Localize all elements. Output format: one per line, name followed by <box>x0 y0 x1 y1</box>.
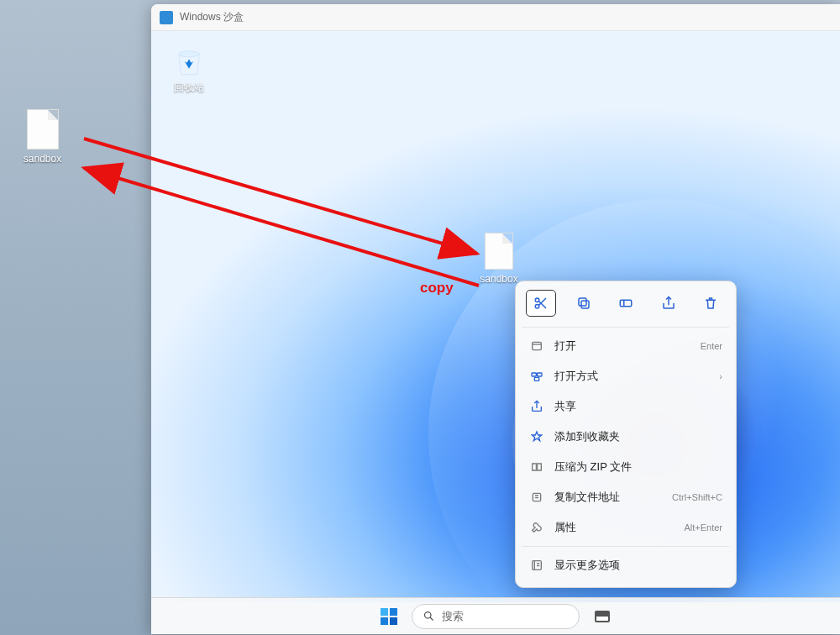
recycle-bin-icon <box>171 44 207 79</box>
rename-button[interactable] <box>611 290 641 317</box>
svg-rect-7 <box>532 373 536 376</box>
more-options-icon <box>529 558 544 573</box>
taskbar-search[interactable]: 搜索 <box>412 604 580 629</box>
menu-item-open-with[interactable]: 打开方式 › <box>522 361 729 391</box>
start-button[interactable] <box>378 606 400 627</box>
menu-item-label: 显示更多选项 <box>554 558 722 573</box>
menu-separator <box>522 327 729 328</box>
rename-icon <box>618 296 633 311</box>
copy-path-icon <box>529 490 544 505</box>
menu-item-properties[interactable]: 属性 Alt+Enter <box>522 512 729 543</box>
menu-item-open[interactable]: 打开 Enter <box>522 331 729 361</box>
delete-button[interactable] <box>696 290 726 317</box>
share-icon <box>661 296 676 311</box>
menu-item-label: 添加到收藏夹 <box>554 429 722 444</box>
star-icon <box>529 429 544 444</box>
menu-item-label: 属性 <box>554 520 684 535</box>
scissors-icon <box>533 296 549 311</box>
menu-item-more-options[interactable]: 显示更多选项 <box>522 550 729 580</box>
svg-rect-3 <box>581 301 589 308</box>
menu-item-share[interactable]: 共享 <box>522 391 729 422</box>
host-desktop-file[interactable]: sandbox <box>15 109 70 165</box>
annotation-copy-label: copy <box>420 280 454 297</box>
trash-icon <box>703 296 718 311</box>
search-placeholder: 搜索 <box>442 609 464 624</box>
recycle-bin[interactable]: 回收站 <box>164 44 214 95</box>
menu-item-hint: Ctrl+Shift+C <box>672 492 722 502</box>
copy-icon <box>576 296 591 311</box>
window-title: Windows 沙盒 <box>180 10 244 24</box>
share-icon <box>529 399 544 414</box>
svg-point-0 <box>179 51 200 57</box>
svg-rect-8 <box>538 373 542 376</box>
chevron-right-icon: › <box>719 371 722 381</box>
copy-button[interactable] <box>569 290 599 317</box>
menu-item-hint: Enter <box>701 341 722 351</box>
svg-rect-5 <box>620 300 632 307</box>
cut-button[interactable] <box>526 290 556 317</box>
search-icon <box>423 610 435 622</box>
titlebar[interactable]: Windows 沙盒 <box>151 4 840 31</box>
menu-item-zip[interactable]: 压缩为 ZIP 文件 <box>522 452 729 482</box>
sandbox-desktop[interactable]: 回收站 sandbox <box>151 31 840 602</box>
task-view-icon <box>595 611 610 622</box>
file-icon <box>485 233 513 270</box>
windows-logo-icon <box>381 608 397 625</box>
menu-item-label: 打开 <box>554 338 701 354</box>
context-menu-iconrow <box>522 288 729 323</box>
file-icon <box>27 109 59 150</box>
context-menu: 打开 Enter 打开方式 › 共享 添加到收藏夹 压缩为 ZIP 文件 <box>515 281 737 588</box>
taskbar: 搜索 <box>151 597 840 634</box>
open-with-icon <box>529 369 544 384</box>
open-icon <box>529 338 544 354</box>
menu-item-label: 压缩为 ZIP 文件 <box>554 459 722 475</box>
menu-item-hint: Alt+Enter <box>684 522 722 533</box>
menu-item-label: 共享 <box>554 399 722 414</box>
file-label: sandbox <box>15 153 70 165</box>
sandbox-app-icon <box>160 11 173 24</box>
recycle-bin-label: 回收站 <box>164 81 214 95</box>
menu-separator <box>522 546 729 547</box>
share-button[interactable] <box>654 290 684 317</box>
sandbox-window: Windows 沙盒 回收站 sandbox <box>151 4 840 634</box>
svg-rect-6 <box>533 342 542 349</box>
svg-rect-9 <box>534 377 538 380</box>
wrench-icon <box>529 520 544 535</box>
menu-item-favorite[interactable]: 添加到收藏夹 <box>522 422 729 452</box>
sandbox-desktop-file[interactable]: sandbox <box>474 233 524 285</box>
menu-item-copy-path[interactable]: 复制文件地址 Ctrl+Shift+C <box>522 482 729 512</box>
task-view-button[interactable] <box>591 606 613 627</box>
zip-icon <box>529 459 544 475</box>
menu-item-label: 打开方式 <box>554 369 719 384</box>
svg-rect-4 <box>579 298 586 306</box>
svg-point-12 <box>425 612 432 619</box>
menu-item-label: 复制文件地址 <box>554 490 672 505</box>
